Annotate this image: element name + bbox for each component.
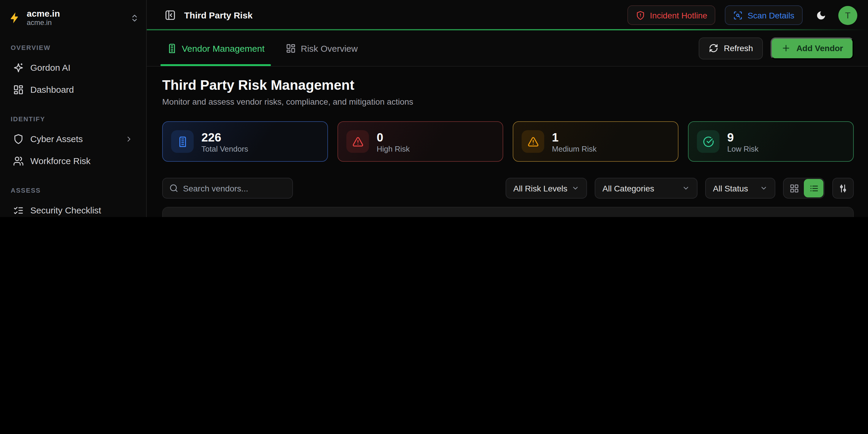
org-domain: acme.in (27, 19, 60, 27)
scan-search-icon (734, 10, 743, 20)
chevron-down-icon (682, 184, 690, 192)
sidebar-item-cyber-assets[interactable]: Cyber Assets (7, 128, 139, 149)
tab-vendor-management[interactable]: Vendor Management (160, 30, 271, 66)
section-label-assess: ASSESS (11, 187, 139, 194)
chevron-down-icon (760, 184, 768, 192)
advanced-filters-button[interactable] (832, 178, 854, 199)
sort-icon[interactable] (735, 216, 743, 217)
grid-view-button[interactable] (784, 179, 804, 197)
shield-icon (13, 134, 24, 144)
alert-triangle-icon (522, 130, 544, 153)
stat-medium-risk: 1Medium Risk (513, 121, 679, 162)
sort-icon[interactable] (528, 216, 536, 217)
sort-icon[interactable] (446, 216, 454, 217)
col-assignee: Assignee (621, 215, 656, 217)
stat-value: 0 (377, 130, 410, 144)
sort-icon[interactable] (363, 216, 370, 217)
sidebar-item-label: Gordon AI (30, 62, 70, 73)
building-icon (167, 43, 177, 53)
sidebar-item-label: Security Checklist (30, 205, 101, 215)
content: Third Party Risk Management Monitor and … (147, 66, 868, 217)
page-title: Third Party Risk Management (162, 77, 854, 93)
sidebar-item-label: Dashboard (30, 84, 74, 94)
layout-grid-icon (13, 84, 24, 95)
tab-risk-overview[interactable]: Risk Overview (280, 30, 365, 66)
shield-alert-icon (636, 10, 645, 20)
search-icon (169, 184, 178, 193)
check-circle-icon (697, 130, 719, 153)
users-icon (13, 155, 24, 166)
org-name: acme.in (27, 9, 60, 19)
stat-label: Low Risk (727, 144, 759, 153)
stat-label: Total Vendors (202, 144, 248, 153)
chevrons-up-down-icon (130, 13, 139, 22)
add-vendor-button[interactable]: Add Vendor (771, 37, 854, 59)
chevron-down-icon (571, 184, 579, 192)
sort-icon[interactable] (203, 216, 211, 217)
sidebar-item-dashboard[interactable]: Dashboard (7, 79, 139, 100)
incident-hotline-button[interactable]: Incident Hotline (627, 5, 716, 25)
panel-left-toggle[interactable] (164, 9, 176, 21)
tabs-row: Vendor Management Risk Overview Refresh … (147, 30, 868, 66)
sidebar-item-gordon-ai[interactable]: Gordon AI (7, 57, 139, 78)
risk-level-select[interactable]: All Risk Levels (505, 178, 587, 199)
status-select[interactable]: All Status (705, 178, 775, 199)
stat-high-risk: 0High Risk (337, 121, 503, 162)
refresh-icon (709, 44, 719, 53)
col-vendor: Vendor (172, 215, 199, 217)
stat-label: Medium Risk (552, 144, 596, 153)
stat-value: 1 (552, 130, 596, 144)
sidebar-item-security-checklist[interactable]: Security Checklist (7, 200, 139, 217)
topbar-avatar[interactable]: T (838, 6, 857, 25)
col-employees: Employees (401, 215, 442, 217)
section-label-overview: OVERVIEW (11, 44, 139, 51)
col-risk: Risk (342, 215, 358, 217)
sidebar-item-workforce-risk[interactable]: Workforce Risk (7, 150, 139, 171)
topbar: Third Party Risk Incident Hotline Scan D… (147, 0, 868, 30)
page-header-title: Third Party Risk (184, 10, 252, 20)
layout-grid-icon (286, 43, 296, 53)
chevron-right-icon (125, 135, 133, 143)
scan-details-button[interactable]: Scan Details (725, 5, 803, 25)
category-select[interactable]: All Categories (595, 178, 698, 199)
sparkles-icon (13, 62, 24, 73)
search-input[interactable] (183, 183, 286, 193)
sidebar-item-label: Cyber Assets (30, 134, 83, 144)
stat-cards: 226Total Vendors 0High Risk 1Medium Risk… (162, 121, 854, 162)
filter-row: All Risk Levels All Categories All Statu… (162, 178, 854, 199)
building-icon (171, 130, 194, 153)
sidebar-nav: OVERVIEW Gordon AI Dashboard IDENTIFY Cy… (0, 33, 146, 217)
sidebar-item-label: Workforce Risk (30, 156, 91, 166)
app-window: acme.in acme.in OVERVIEW Gordon AI Dashb… (0, 0, 868, 217)
stat-total-vendors: 226Total Vendors (162, 121, 328, 162)
col-category: Category (490, 215, 524, 217)
alert-triangle-icon (346, 130, 369, 153)
table-header: Vendor Risk Employees Category Assignee … (163, 207, 853, 217)
plus-icon (781, 44, 791, 53)
section-label-identify: IDENTIFY (11, 115, 139, 122)
sidebar: acme.in acme.in OVERVIEW Gordon AI Dashb… (0, 0, 147, 217)
view-toggle (783, 178, 825, 199)
col-actions: Actions (782, 215, 810, 217)
search-box (162, 178, 293, 199)
stat-value: 9 (727, 130, 759, 144)
col-poc: POC (679, 215, 697, 217)
stat-label: High Risk (377, 144, 410, 153)
list-view-button[interactable] (804, 179, 824, 197)
col-status: Status (708, 215, 731, 217)
lightning-bolt-icon (8, 11, 21, 24)
org-switcher[interactable]: acme.in acme.in (0, 0, 146, 33)
refresh-button[interactable]: Refresh (699, 37, 763, 59)
main-area: Third Party Risk Incident Hotline Scan D… (147, 0, 868, 217)
stat-value: 226 (202, 130, 248, 144)
list-checks-icon (13, 205, 24, 215)
page-subtitle: Monitor and assess vendor risks, complia… (162, 97, 854, 107)
moon-icon[interactable] (816, 10, 827, 21)
stat-low-risk: 9Low Risk (688, 121, 854, 162)
vendor-table: Vendor Risk Employees Category Assignee … (162, 207, 854, 217)
